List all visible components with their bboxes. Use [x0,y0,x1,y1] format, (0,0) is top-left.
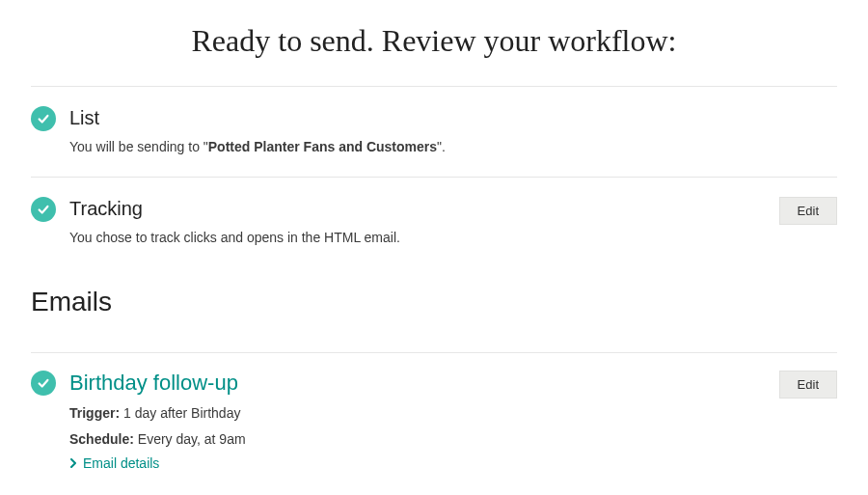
section-list: List You will be sending to "Potted Plan… [31,106,837,178]
email-item: Birthday follow-up Trigger: 1 day after … [31,352,837,471]
email-trigger: Trigger: 1 day after Birthday [69,403,764,424]
chevron-right-icon [69,458,77,468]
page-title: Ready to send. Review your workflow: [31,23,837,59]
section-list-title: List [69,106,837,129]
section-tracking-desc: You chose to track clicks and opens in t… [69,228,764,248]
divider [31,86,837,87]
check-icon [31,371,56,396]
list-desc-name: Potted Planter Fans and Customers [208,139,437,154]
email-trigger-value: 1 day after Birthday [120,405,240,421]
edit-email-button[interactable]: Edit [779,371,837,399]
section-tracking-title: Tracking [69,197,764,220]
section-tracking-content: Tracking You chose to track clicks and o… [69,197,764,248]
email-item-content: Birthday follow-up Trigger: 1 day after … [69,371,764,471]
section-list-content: List You will be sending to "Potted Plan… [69,106,837,157]
check-icon [31,197,56,222]
section-list-desc: You will be sending to "Potted Planter F… [69,137,837,157]
email-schedule: Schedule: Every day, at 9am [69,429,764,450]
email-schedule-label: Schedule: [69,431,134,447]
list-desc-suffix: ". [437,139,446,154]
email-schedule-value: Every day, at 9am [134,431,246,447]
list-desc-prefix: You will be sending to " [69,139,208,154]
check-icon [31,106,56,131]
email-details-label: Email details [83,455,159,471]
emails-heading: Emails [31,287,837,317]
email-title[interactable]: Birthday follow-up [69,371,764,396]
edit-tracking-button[interactable]: Edit [779,197,837,225]
email-details-link[interactable]: Email details [69,455,764,471]
email-trigger-label: Trigger: [69,405,120,421]
section-tracking: Tracking You chose to track clicks and o… [31,197,837,267]
